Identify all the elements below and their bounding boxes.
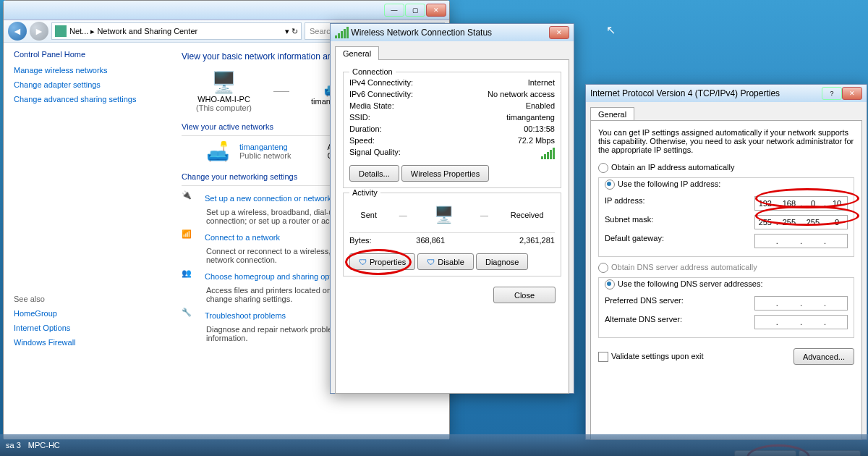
alternate-dns-input[interactable]: ... — [754, 315, 848, 329]
activity-icon: 🖥️ — [429, 202, 458, 228]
seealso-internet-options[interactable]: Internet Options — [14, 321, 158, 335]
active-network-link[interactable]: timanganteng — [239, 143, 288, 151]
radio-auto-ip[interactable] — [598, 163, 608, 173]
troubleshoot-link[interactable]: Troubleshoot problems — [205, 311, 286, 320]
bytes-received: 2,361,281 — [519, 236, 555, 245]
radio-manual-dns[interactable] — [605, 279, 615, 290]
sidebar-link-advanced-sharing[interactable]: Change advanced sharing settings — [14, 92, 158, 106]
network-icon — [55, 25, 67, 37]
dialog-title: Internet Protocol Version 4 (TCP/IPv4) P… — [590, 88, 822, 98]
troubleshoot-icon: 🔧 — [182, 308, 202, 325]
signal-quality-icon — [541, 148, 555, 159]
subnet-mask-input[interactable]: ... — [754, 215, 848, 229]
diagnose-button[interactable]: Diagnose — [476, 253, 528, 270]
sent-label: Sent — [360, 211, 377, 219]
titlebar[interactable]: — ▢ ✕ — [4, 1, 449, 20]
advanced-button[interactable]: Advanced... — [793, 348, 854, 365]
sidebar-link-manage-wireless[interactable]: Manage wireless networks — [14, 63, 158, 77]
sidebar-link-adapter-settings[interactable]: Change adapter settings — [14, 77, 158, 92]
disable-button[interactable]: 🛡Disable — [417, 253, 474, 270]
homegroup-link[interactable]: Choose homegroup and sharing options — [205, 272, 346, 281]
homegroup-icon: 👥 — [182, 269, 202, 286]
forward-button[interactable]: ► — [30, 22, 48, 41]
wireless-status-dialog: Wireless Network Connection Status ✕ Gen… — [330, 23, 574, 394]
close-button[interactable]: ✕ — [426, 4, 446, 17]
ip-address-input[interactable]: ... — [754, 196, 848, 211]
back-button[interactable]: ◄ — [8, 22, 27, 41]
ipv6-value: No network access — [488, 90, 555, 98]
ipv4-value: Internet — [528, 78, 555, 87]
duration-value: 00:13:58 — [524, 124, 555, 133]
cursor-icon: ↖ — [606, 23, 616, 37]
help-button[interactable]: ? — [822, 87, 842, 100]
bench-icon: 🛋️ — [203, 140, 232, 162]
validate-checkbox[interactable] — [598, 352, 608, 362]
ipv4-properties-dialog: Internet Protocol Version 4 (TCP/IPv4) P… — [585, 84, 867, 440]
tab-general[interactable]: General — [335, 46, 379, 60]
dialog-titlebar[interactable]: Wireless Network Connection Status ✕ — [331, 24, 574, 41]
this-computer-label: (This computer) — [196, 104, 252, 112]
taskbar-item[interactable]: sa 3 — [6, 441, 21, 449]
control-panel-home-link[interactable]: Control Panel Home — [14, 50, 158, 59]
close-button[interactable]: Close — [493, 287, 556, 303]
intro-text: You can get IP settings assigned automat… — [598, 128, 854, 154]
seealso-homegroup[interactable]: HomeGroup — [14, 306, 158, 321]
see-also-header: See also — [14, 295, 158, 303]
speed-value: 72.2 Mbps — [518, 136, 555, 145]
network-type: Public network — [239, 151, 292, 160]
properties-button[interactable]: 🛡Properties — [349, 253, 415, 270]
radio-manual-ip[interactable] — [605, 180, 615, 190]
setup-connection-icon: 🔌 — [182, 190, 202, 208]
taskbar-item[interactable]: MPC-HC — [28, 441, 60, 449]
preferred-dns-input[interactable]: ... — [754, 296, 848, 311]
pc-name: WHO-AM-I-PC — [196, 95, 252, 104]
breadcrumb[interactable]: Net... ▸ Network and Sharing Center▾ ↻ — [51, 22, 302, 40]
close-button[interactable]: ✕ — [549, 26, 569, 39]
details-button[interactable]: Details... — [349, 165, 399, 182]
sidebar: Control Panel Home Manage wireless netwo… — [4, 43, 169, 439]
close-button[interactable]: ✕ — [842, 87, 862, 100]
tab-general[interactable]: General — [590, 107, 634, 121]
signal-icon — [335, 27, 349, 38]
setup-connection-link[interactable]: Set up a new connection or network — [205, 194, 331, 203]
wireless-properties-button[interactable]: Wireless Properties — [401, 165, 489, 182]
connect-network-link[interactable]: Connect to a network — [205, 233, 280, 242]
received-label: Received — [511, 211, 544, 219]
computer-icon: 🖥️ — [210, 69, 239, 95]
ssid-value: timanganteng — [506, 113, 555, 122]
activity-group: Activity — [349, 188, 380, 197]
dialog-titlebar[interactable]: Internet Protocol Version 4 (TCP/IPv4) P… — [586, 85, 867, 102]
maximize-button[interactable]: ▢ — [405, 4, 425, 17]
seealso-firewall[interactable]: Windows Firewall — [14, 335, 158, 350]
taskbar[interactable]: sa 3 MPC-HC — [0, 434, 868, 456]
connect-network-icon: 📶 — [182, 229, 202, 247]
gateway-input[interactable]: ... — [754, 234, 848, 248]
media-state-value: Enabled — [526, 101, 555, 110]
radio-auto-dns — [598, 263, 608, 273]
dialog-title: Wireless Network Connection Status — [351, 28, 549, 38]
connection-group: Connection — [349, 67, 396, 76]
bytes-sent: 368,861 — [387, 236, 445, 245]
minimize-button[interactable]: — — [384, 4, 404, 17]
